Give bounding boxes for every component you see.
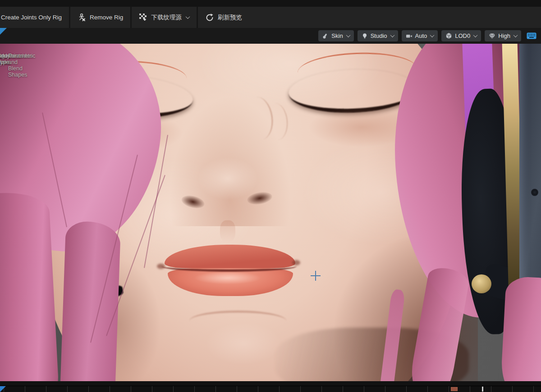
chin-highlight (205, 322, 282, 365)
lod-dropdown-label: LOD0 (455, 32, 470, 39)
mouth-corner-shadow (292, 260, 300, 265)
camera-dropdown[interactable]: Auto (402, 30, 438, 41)
main-toolbar: Create Joints Only Rig Remove Rig (0, 7, 541, 28)
left-hair-bundle (59, 221, 121, 386)
chevron-down-icon (430, 33, 435, 37)
chevron-down-icon (473, 33, 478, 37)
crosshair-vertical (315, 271, 316, 281)
keyboard-icon (527, 32, 536, 39)
timeline-ticks (0, 386, 541, 392)
chevron-down-icon (346, 33, 350, 37)
camera-icon (406, 33, 413, 39)
refresh-preview-label: 刷新预览 (218, 14, 242, 22)
texture-download-icon (139, 13, 147, 22)
philtrum-shade (220, 220, 235, 242)
chevron-down-icon (513, 33, 518, 37)
timeline-playhead[interactable] (0, 386, 6, 392)
remove-rig-button[interactable]: Remove Rig (70, 7, 130, 28)
character-preview-render[interactable]: Status Rig State: Joints and Blend Shape… (0, 44, 541, 386)
download-texture-source-label: 下载纹理源 (151, 14, 182, 22)
viewport-bottom-edge (0, 381, 541, 386)
viewport-toolbar: Skin Studio (0, 28, 541, 44)
refresh-icon (205, 13, 214, 22)
3d-viewport: Skin Studio (0, 28, 541, 386)
camera-dropdown-label: Auto (415, 32, 427, 39)
lod-cube-icon (445, 32, 452, 39)
chevron-down-icon (185, 14, 190, 19)
skin-material-icon (322, 33, 329, 39)
timeline-marker-red[interactable] (451, 387, 458, 391)
right-headphone-gold-knob (472, 274, 491, 293)
remove-rig-label: Remove Rig (90, 14, 123, 21)
viewport-corner-accent (0, 28, 7, 35)
skin-dropdown-label: Skin (331, 32, 343, 39)
right-hair-hanging-bundle (500, 276, 541, 386)
mouth-line (161, 261, 297, 272)
crosshair-cursor (311, 271, 321, 281)
download-texture-source-button[interactable]: 下载纹理源 (132, 7, 197, 28)
nose-tip-highlight (197, 157, 258, 200)
timeline-marker-white[interactable] (482, 387, 483, 392)
character-editor-window: Create Joints Only Rig Remove Rig (0, 0, 541, 392)
lighting-dropdown-label: Studio (371, 32, 387, 39)
quality-dropdown[interactable]: High (485, 30, 521, 41)
refresh-preview-button[interactable]: 刷新预览 (198, 7, 249, 28)
lod-dropdown[interactable]: LOD0 (441, 30, 481, 41)
quality-dropdown-label: High (498, 32, 510, 39)
chevron-down-icon (390, 33, 394, 37)
window-top-strip (0, 0, 541, 7)
skin-dropdown[interactable]: Skin (318, 30, 353, 41)
lighting-dropdown[interactable]: Studio (358, 30, 398, 41)
right-headphone-screw (531, 189, 538, 196)
create-joints-only-rig-label: Create Joints Only Rig (1, 14, 62, 21)
remove-rig-icon (78, 13, 86, 22)
quality-gem-icon (489, 33, 495, 39)
body-type-value: Parametric (8, 53, 35, 59)
create-joints-only-rig-button[interactable]: Create Joints Only Rig (0, 7, 69, 28)
timeline-scrubber[interactable] (0, 386, 541, 392)
lighting-icon (362, 33, 368, 39)
lip-highlight (194, 272, 261, 284)
keyboard-shortcuts-toggle[interactable] (527, 32, 536, 39)
